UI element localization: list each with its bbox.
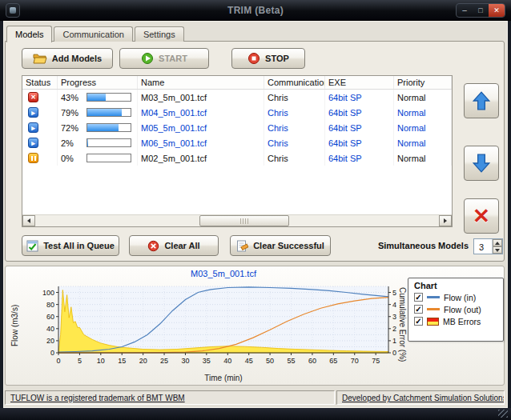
cell-exe: 64bit SP [325,90,394,105]
table-row[interactable]: ✕43%M03_5m_001.tcfChris64bit SPNormal [22,90,452,105]
progress-percent: 43% [61,93,87,102]
remove-model-button[interactable]: ✕ [464,198,499,234]
developer-link[interactable]: Developed by Catchment Simulation Soluti… [342,394,505,402]
app-window: TRIM (Beta) Models Communication Setting… [0,0,511,420]
cell-exe: 64bit SP [325,135,394,150]
up-arrow-icon [473,90,490,111]
maximize-button[interactable] [473,4,489,17]
table-header: Status Progress Name Communication EXE P… [22,76,452,90]
table-row[interactable]: ▸2%M06_5m_001.tcfChris64bit SPNormal [22,135,452,150]
chart-panel: M03_5m_001.tcf 0204060801000123450510152… [5,266,505,386]
svg-text:100: 100 [42,289,54,297]
legend-label: Flow (out) [444,305,481,314]
progress-bar [87,108,131,117]
progress-bar-fill [87,139,88,146]
resize-grip[interactable] [498,410,508,418]
spin-down-button[interactable] [493,246,502,254]
add-models-button[interactable]: Add Models [22,48,113,69]
cell-name: M05_5m_001.tcf [138,120,264,135]
column-header-name[interactable]: Name [138,76,264,89]
test-checklist-icon [26,240,38,252]
tab-settings[interactable]: Settings [135,26,184,42]
scroll-right-button[interactable] [439,215,452,226]
legend-checkbox[interactable]: ✓ [414,305,423,314]
legend-item: ✓Flow (out) [408,305,503,317]
svg-text:40: 40 [223,357,231,365]
scroll-left-button[interactable] [22,215,35,226]
minimize-button[interactable] [457,4,473,17]
clear-all-icon [147,240,159,252]
move-down-button[interactable] [464,146,499,181]
legend-checkbox[interactable]: ✓ [414,293,423,302]
cell-priority: Normal [394,150,452,166]
folder-icon [33,53,47,64]
cell-communication: Chris [264,90,325,105]
window-bottom-frame [0,408,511,420]
svg-text:0: 0 [50,349,54,357]
column-header-priority[interactable]: Priority [394,76,452,89]
cell-communication: Chris [264,120,325,135]
progress-bar [87,154,131,162]
svg-text:35: 35 [203,357,211,365]
cell-priority: Normal [394,105,452,120]
horizontal-scrollbar[interactable] [22,214,452,226]
table-body: ✕43%M03_5m_001.tcfChris64bit SPNormal▸79… [22,90,452,215]
clear-all-button[interactable]: Clear All [129,235,219,256]
legend-checkbox[interactable]: ✓ [414,317,423,326]
move-up-button[interactable] [464,83,499,118]
svg-text:40: 40 [46,325,54,333]
legend-item: ✓MB Errors [408,317,503,329]
svg-text:20: 20 [139,357,147,365]
legend-sample [427,296,440,298]
tab-communication[interactable]: Communication [54,26,132,42]
cell-name: M02_5m_001.tcf [138,150,264,166]
svg-text:45: 45 [245,357,253,365]
svg-text:2: 2 [392,325,396,333]
scroll-track[interactable] [35,215,439,226]
svg-text:50: 50 [266,357,274,365]
table-row[interactable]: 0%M02_5m_001.tcfChris64bit SPNormal [22,150,452,166]
column-header-progress[interactable]: Progress [58,76,138,89]
models-table: Status Progress Name Communication EXE P… [22,75,453,227]
status-running-icon: ▸ [28,107,38,118]
cell-priority: Normal [394,135,452,150]
clear-all-label: Clear All [164,241,199,250]
clear-successful-button[interactable]: Clear Successful [230,235,331,256]
cell-name: M06_5m_001.tcf [138,135,264,150]
cell-priority: Normal [394,120,452,135]
tuflow-trademark-link[interactable]: TUFLOW is a registered trademark of BMT … [10,394,185,402]
table-row[interactable]: ▸79%M04_5m_001.tcfChris64bit SPNormal [22,105,452,120]
legend-label: MB Errors [443,317,481,326]
legend-items: ✓Flow (in)✓Flow (out)✓MB Errors [408,293,503,329]
svg-text:1: 1 [392,337,396,345]
clear-successful-label: Clear Successful [253,241,324,250]
tab-models[interactable]: Models [6,26,52,42]
cell-name: M04_5m_001.tcf [138,105,264,120]
models-panel: Add Models START STOP Status [5,41,505,262]
chart-svg: 0204060801000123450510152025303540455055… [26,282,403,374]
status-running-icon: ▸ [28,138,38,148]
table-row[interactable]: ▸72%M05_5m_001.tcfChris64bit SPNormal [22,120,452,135]
chart-title: M03_5m_001.tcf [79,269,368,278]
progress-bar [87,138,131,147]
close-button[interactable] [489,4,505,17]
start-button[interactable]: START [119,48,209,69]
statusbar-left: TUFLOW is a registered trademark of BMT … [5,390,335,405]
legend-title: Chart [408,278,503,293]
spin-up-button[interactable] [493,239,502,246]
y-axis-label-left: Flow (m3/s) [10,284,19,367]
test-all-button[interactable]: Test All in Queue [22,235,119,256]
column-header-communication[interactable]: Communication [264,76,325,89]
progress-percent: 79% [61,108,87,118]
stop-button[interactable]: STOP [231,48,305,69]
cell-exe: 64bit SP [325,105,394,120]
simultaneous-models-spinner[interactable]: 3 [473,238,503,254]
scroll-thumb[interactable] [199,215,289,226]
svg-text:70: 70 [351,357,359,365]
clear-successful-icon [236,240,248,252]
simultaneous-models-value[interactable]: 3 [474,239,492,254]
column-header-status[interactable]: Status [22,76,58,89]
progress-bar [87,123,131,132]
column-header-exe[interactable]: EXE [325,76,394,89]
cell-communication: Chris [264,135,325,150]
